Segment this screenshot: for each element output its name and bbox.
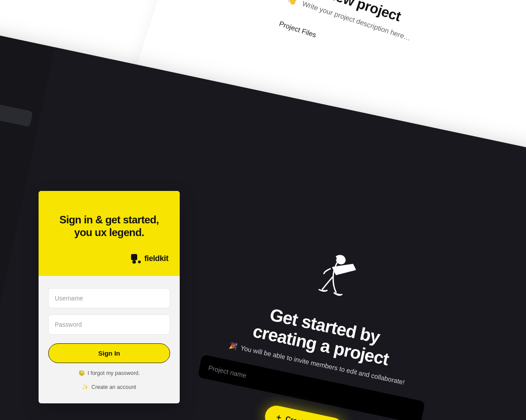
onboarding-illustration-icon [301, 243, 369, 312]
create-project-label: Create Project [285, 415, 333, 420]
empty-state: Get started by creating a project 🎉 You … [191, 225, 453, 420]
signin-form: Sign In 😓 I forgot my password. ✨ Create… [39, 276, 180, 403]
plus-icon: + [276, 413, 282, 420]
signin-brand: fieldkit [50, 254, 168, 264]
signin-headline: Sign in & get started, you ux legend. [50, 214, 168, 239]
signin-card: Sign in & get started, you ux legend. fi… [39, 191, 180, 403]
brand-name: fieldkit [144, 254, 168, 263]
signin-hero: Sign in & get started, you ux legend. fi… [39, 191, 180, 276]
create-account-link[interactable]: ✨ Create an account [48, 384, 170, 390]
brand[interactable]: fieldkit [0, 37, 45, 64]
forgot-password-link[interactable]: 😓 I forgot my password. [48, 370, 170, 376]
onboarding-heading: Get started by creating a project [251, 302, 394, 369]
create-project-button[interactable]: + Create Project [263, 403, 345, 420]
signin-button[interactable]: Sign In [48, 343, 170, 363]
sparkles-icon: ✨ [82, 384, 89, 390]
party-popper-icon: 🎉 [228, 341, 238, 351]
wave-icon: 👋 [286, 0, 298, 6]
sidebar-item-projects[interactable]: Projects [0, 76, 37, 109]
username-input[interactable] [48, 288, 170, 308]
sad-emoji-icon: 😓 [78, 370, 85, 376]
password-input[interactable] [48, 314, 170, 335]
brand-logo-icon [131, 254, 141, 264]
